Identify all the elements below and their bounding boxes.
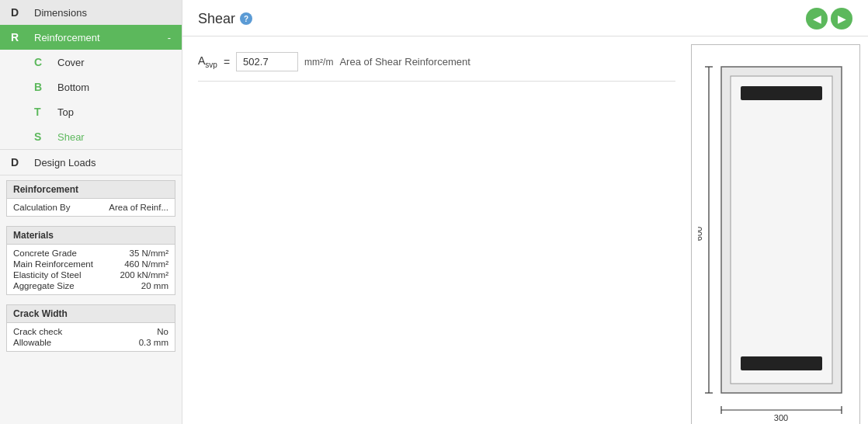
calc-value: Area of Reinf... — [109, 203, 168, 212]
sidebar-label-reinforcement: Reinforcement — [34, 32, 100, 43]
main-reinf-value: 460 N/mm² — [124, 259, 168, 269]
formula-row: Asvp = mm²/m Area of Shear Reinforcement — [198, 52, 675, 71]
crack-check-label: Crack check — [13, 327, 62, 336]
sidebar-label-bottom: Bottom — [57, 82, 89, 93]
cross-section-diagram: 600 300 — [698, 51, 853, 424]
formula-input[interactable] — [236, 52, 298, 71]
summary-crack-header: Crack Width — [7, 305, 175, 323]
svg-rect-9 — [731, 76, 832, 384]
elasticity-value: 200 kN/mm² — [120, 270, 168, 280]
sidebar-item-bottom[interactable]: B Bottom — [0, 75, 182, 99]
page-title: Shear — [198, 11, 235, 27]
concrete-label: Concrete Grade — [13, 248, 77, 258]
sidebar-item-shear[interactable]: S Shear — [0, 124, 182, 149]
sidebar-letter-d: D — [11, 6, 28, 19]
formula-divider — [198, 81, 675, 82]
content-title-group: Shear ? — [198, 11, 252, 27]
sidebar-label-dimensions: Dimensions — [34, 7, 87, 19]
allowable-label: Allowable — [13, 338, 51, 347]
formula-description: Area of Shear Reinforcement — [339, 56, 470, 68]
summary-row-calc: Calculation By Area of Reinf... — [13, 202, 168, 213]
svg-rect-10 — [741, 86, 822, 100]
formula-eq: = — [224, 56, 230, 68]
crack-check-value: No — [157, 327, 168, 336]
sidebar-letter-r: R — [11, 31, 28, 43]
summary-crack-body: Crack check No Allowable 0.3 mm — [7, 323, 175, 351]
sidebar: D Dimensions R Reinforcement - C Cover B… — [0, 0, 182, 424]
sidebar-letter-d2: D — [11, 156, 28, 169]
sidebar-label-design-loads: Design Loads — [34, 157, 96, 169]
concrete-value: 35 N/mm² — [130, 248, 168, 258]
calc-label: Calculation By — [13, 203, 71, 212]
formula-unit: mm²/m — [304, 57, 333, 68]
svg-text:300: 300 — [774, 413, 788, 422]
summary-row-main-reinf: Main Reinforcement 460 N/mm² — [13, 259, 168, 269]
summary-crack-box: Crack Width Crack check No Allowable 0.3… — [6, 304, 175, 352]
svg-text:600: 600 — [698, 227, 703, 241]
allowable-value: 0.3 mm — [139, 338, 168, 347]
sidebar-letter-t: T — [34, 106, 51, 118]
main-reinf-label: Main Reinforcement — [13, 259, 93, 269]
summary-reinforcement-header: Reinforcement — [7, 181, 175, 199]
next-button[interactable]: ▶ — [831, 8, 852, 30]
aggregate-value: 20 mm — [141, 281, 168, 290]
sidebar-letter-b: B — [34, 81, 51, 93]
summary-row-allowable: Allowable 0.3 mm — [13, 337, 168, 348]
summary-row-crack-check: Crack check No — [13, 326, 168, 337]
sidebar-item-design-loads[interactable]: D Design Loads — [0, 150, 182, 175]
summary-row-concrete: Concrete Grade 35 N/mm² — [13, 248, 168, 259]
sidebar-letter-c: C — [34, 56, 51, 68]
help-icon[interactable]: ? — [240, 12, 252, 25]
formula-symbol: Asvp — [198, 54, 217, 69]
summary-reinforcement-box: Reinforcement Calculation By Area of Rei… — [6, 180, 175, 217]
sidebar-item-top[interactable]: T Top — [0, 99, 182, 124]
main-content: Shear ? ◀ ▶ Asvp = mm²/m Area of Shear R… — [182, 0, 868, 424]
diagram-container: 600 300 — [691, 36, 868, 424]
prev-button[interactable]: ◀ — [806, 8, 828, 30]
sidebar-label-cover: Cover — [57, 57, 85, 68]
formula-subscript: svp — [205, 61, 217, 69]
nav-buttons: ◀ ▶ — [806, 8, 852, 30]
sidebar-item-reinforcement[interactable]: R Reinforcement - — [0, 25, 182, 50]
svg-rect-11 — [741, 356, 822, 370]
summary-reinforcement-body: Calculation By Area of Reinf... — [7, 199, 175, 216]
sidebar-item-dimensions[interactable]: D Dimensions — [0, 0, 182, 25]
sidebar-label-top: Top — [57, 106, 74, 118]
sidebar-letter-s: S — [34, 130, 51, 143]
content-header: Shear ? ◀ ▶ — [182, 0, 868, 36]
summary-materials-body: Concrete Grade 35 N/mm² Main Reinforceme… — [7, 245, 175, 294]
summary-materials-header: Materials — [7, 227, 175, 245]
elasticity-label: Elasticity of Steel — [13, 270, 82, 280]
sidebar-label-shear: Shear — [57, 131, 85, 143]
summary-materials-box: Materials Concrete Grade 35 N/mm² Main R… — [6, 226, 175, 295]
diagram-panel: 600 300 — [691, 44, 860, 424]
aggregate-label: Aggregate Size — [13, 281, 75, 290]
form-section: Asvp = mm²/m Area of Shear Reinforcement — [182, 36, 691, 424]
content-body: Asvp = mm²/m Area of Shear Reinforcement… — [182, 36, 868, 424]
sidebar-collapse-icon: - — [168, 32, 171, 43]
summary-row-elasticity: Elasticity of Steel 200 kN/mm² — [13, 269, 168, 280]
sidebar-item-cover[interactable]: C Cover — [0, 50, 182, 75]
summary-row-aggregate: Aggregate Size 20 mm — [13, 280, 168, 291]
